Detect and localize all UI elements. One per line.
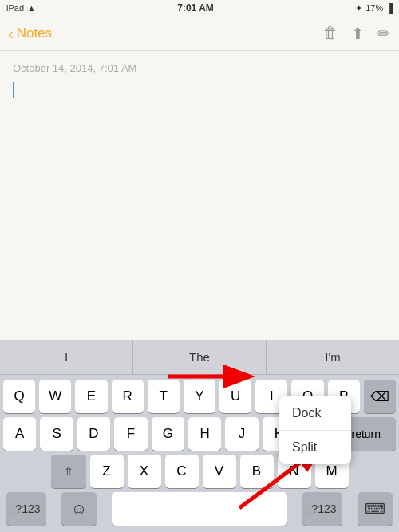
key-w[interactable]: W <box>39 380 71 413</box>
chevron-left-icon: ‹ <box>8 26 14 41</box>
autocomplete-item-3[interactable]: I'm <box>267 340 399 374</box>
bottom-row: .?123 ☺ .?123 ⌨ <box>3 492 396 526</box>
key-shift[interactable]: ⇧ <box>51 455 86 488</box>
key-y[interactable]: Y <box>184 380 215 413</box>
autocomplete-item-1[interactable]: I <box>0 340 133 374</box>
keyboard-area: I The I'm Q W E R T Y U I O P ⌫ A S D F … <box>0 340 399 532</box>
note-date: October 14, 2014, 7:01 AM <box>13 62 386 74</box>
key-f[interactable]: F <box>114 417 147 451</box>
key-g[interactable]: G <box>152 417 184 451</box>
key-e[interactable]: E <box>75 380 107 413</box>
key-keyboard[interactable]: ⌨ <box>358 492 393 526</box>
key-r[interactable]: R <box>112 380 144 413</box>
nav-icons: 🗑 ⬆ ✏ <box>322 24 391 43</box>
back-button[interactable]: ‹ Notes <box>8 26 52 41</box>
key-z[interactable]: Z <box>90 455 124 488</box>
key-x[interactable]: X <box>128 455 161 488</box>
wifi-icon: ▲ <box>27 3 36 13</box>
autocomplete-bar: I The I'm <box>0 340 399 375</box>
autocomplete-item-2[interactable]: The <box>133 340 267 374</box>
status-right: ✦ 17% ▐ <box>355 3 393 14</box>
back-label: Notes <box>17 26 52 41</box>
text-cursor <box>13 82 14 98</box>
popup-split[interactable]: Split <box>279 431 351 464</box>
carrier-label: iPad <box>6 3 24 13</box>
key-space[interactable] <box>112 492 287 526</box>
key-d[interactable]: D <box>77 417 110 451</box>
key-numbers[interactable]: .?123 <box>6 492 46 526</box>
battery-percent: 17% <box>365 3 383 13</box>
key-u[interactable]: U <box>219 380 251 413</box>
key-numbers-right[interactable]: .?123 <box>302 492 342 526</box>
key-h[interactable]: H <box>188 417 221 451</box>
key-j[interactable]: J <box>225 417 258 451</box>
bluetooth-icon: ✦ <box>355 3 362 14</box>
share-icon[interactable]: ⬆ <box>351 24 365 43</box>
note-area[interactable]: October 14, 2014, 7:01 AM <box>0 51 399 242</box>
status-time: 7:01 AM <box>177 2 214 14</box>
status-bar: iPad ▲ 7:01 AM ✦ 17% ▐ <box>0 0 399 16</box>
keyboard-popup: Dock Split <box>279 396 351 464</box>
key-t[interactable]: T <box>148 380 180 413</box>
key-a[interactable]: A <box>3 417 36 451</box>
nav-bar: ‹ Notes 🗑 ⬆ ✏ <box>0 16 399 51</box>
edit-icon[interactable]: ✏ <box>377 24 391 43</box>
status-left: iPad ▲ <box>6 3 36 13</box>
popup-dock[interactable]: Dock <box>279 396 351 431</box>
key-c[interactable]: C <box>165 455 199 488</box>
trash-icon[interactable]: 🗑 <box>322 24 338 42</box>
key-delete[interactable]: ⌫ <box>364 380 396 413</box>
key-emoji[interactable]: ☺ <box>61 492 97 526</box>
key-s[interactable]: S <box>40 417 73 451</box>
key-b[interactable]: B <box>240 455 274 488</box>
key-v[interactable]: V <box>203 455 236 488</box>
key-q[interactable]: Q <box>3 380 35 413</box>
battery-icon: ▐ <box>386 3 393 13</box>
